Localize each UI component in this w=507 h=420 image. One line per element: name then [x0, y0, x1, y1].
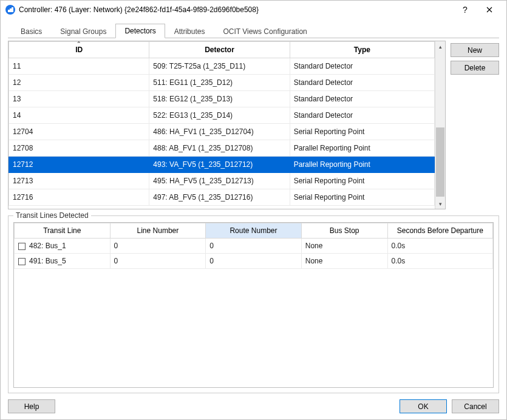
- tab-signal-groups[interactable]: Signal Groups: [51, 24, 115, 38]
- transit-cell-seconds: 0.0s: [387, 239, 492, 254]
- transit-checkbox[interactable]: [18, 243, 26, 250]
- tab-basics[interactable]: Basics: [12, 24, 51, 38]
- transit-cell-seconds: 0.0s: [387, 254, 492, 269]
- scroll-up-icon[interactable]: ▴: [435, 41, 445, 52]
- detector-cell-id: 12716: [9, 189, 149, 206]
- close-icon[interactable]: [477, 1, 502, 19]
- detector-cell-detector: 511: EG11 (1_235_D12): [149, 75, 290, 91]
- detector-cell-type: Standard Detector: [290, 107, 434, 124]
- detector-cell-detector: 522: EG13 (1_235_D14): [149, 107, 290, 124]
- transit-col-line-number[interactable]: Line Number: [110, 223, 206, 239]
- detector-row[interactable]: 12712493: VA_FV5 (1_235_D12712)Parallel …: [9, 157, 435, 173]
- detector-cell-type: Parallel Reporting Point: [290, 140, 434, 157]
- detector-cell-type: Standard Detector: [290, 75, 434, 91]
- side-button-column: New Delete: [451, 41, 499, 209]
- transit-col-transit-line[interactable]: Transit Line: [15, 223, 111, 239]
- transit-col-bus-stop[interactable]: Bus Stop: [301, 223, 387, 239]
- window: Controller: 476 (Layer: Network) {2e24f8…: [0, 0, 507, 420]
- detector-row[interactable]: 12713495: HA_FV5 (1_235_D12713)Serial Re…: [9, 173, 435, 189]
- transit-cell-route-number: 0: [206, 254, 302, 269]
- transit-cell-line-number: 0: [110, 254, 206, 269]
- detector-row[interactable]: 12708488: AB_FV1 (1_235_D12708)Parallel …: [9, 140, 435, 157]
- detectors-col-id[interactable]: ID⌃: [9, 42, 149, 58]
- ok-button[interactable]: OK: [400, 399, 447, 413]
- transit-checkbox[interactable]: [18, 258, 26, 265]
- detector-row[interactable]: 12716497: AB_FV5 (1_235_D12716)Serial Re…: [9, 189, 435, 206]
- detector-row[interactable]: 12704486: HA_FV1 (1_235_D12704)Serial Re…: [9, 124, 435, 140]
- window-title: Controller: 476 (Layer: Network) {2e24f8…: [19, 5, 453, 14]
- detector-cell-type: Parallel Reporting Point: [290, 157, 434, 173]
- detector-cell-detector: 488: AB_FV1 (1_235_D12708): [149, 140, 290, 157]
- cancel-button[interactable]: Cancel: [452, 399, 499, 413]
- transit-row[interactable]: 491: Bus_500None0.0s: [15, 254, 493, 269]
- transit-cell-line: 491: Bus_5: [15, 254, 111, 269]
- transit-row[interactable]: 482: Bus_100None0.0s: [15, 239, 493, 254]
- detector-cell-detector: 495: HA_FV5 (1_235_D12713): [149, 173, 290, 189]
- detector-cell-detector: 518: EG12 (1_235_D13): [149, 91, 290, 107]
- detectors-panel: ID⌃DetectorType 11509: T25-T25a (1_235_D…: [8, 41, 499, 209]
- app-icon: [5, 5, 15, 15]
- detector-cell-id: 14: [9, 107, 149, 124]
- transit-cell-line: 482: Bus_1: [15, 239, 111, 254]
- detector-cell-detector: 486: HA_FV1 (1_235_D12704): [149, 124, 290, 140]
- detector-cell-id: 12: [9, 75, 149, 91]
- tab-detectors[interactable]: Detectors: [115, 24, 165, 38]
- scroll-down-icon[interactable]: ▾: [435, 198, 445, 209]
- detector-cell-type: Serial Reporting Point: [290, 124, 434, 140]
- detectors-table[interactable]: ID⌃DetectorType 11509: T25-T25a (1_235_D…: [9, 41, 435, 206]
- detector-cell-detector: 497: AB_FV5 (1_235_D12716): [149, 189, 290, 206]
- detector-cell-id: 12713: [9, 173, 149, 189]
- detector-cell-id: 12704: [9, 124, 149, 140]
- transit-cell-route-number: 0: [206, 239, 302, 254]
- transit-col-seconds-before-departure[interactable]: Seconds Before Departure: [387, 223, 492, 239]
- detectors-table-container: ID⌃DetectorType 11509: T25-T25a (1_235_D…: [8, 41, 446, 209]
- transit-cell-line-number: 0: [110, 239, 206, 254]
- detectors-scrollbar[interactable]: ▴ ▾: [435, 41, 445, 209]
- detector-cell-id: 12708: [9, 140, 149, 157]
- detector-cell-type: Serial Reporting Point: [290, 189, 434, 206]
- detector-cell-id: 11: [9, 58, 149, 75]
- transit-col-route-number[interactable]: Route Number: [206, 223, 302, 239]
- help-icon[interactable]: ?: [453, 1, 477, 19]
- detector-row[interactable]: 14522: EG13 (1_235_D14)Standard Detector: [9, 107, 435, 124]
- detectors-col-detector[interactable]: Detector: [149, 42, 290, 58]
- detector-cell-detector: 493: VA_FV5 (1_235_D12712): [149, 157, 290, 173]
- transit-groupbox: Transit Lines Detected Transit LineLine …: [8, 215, 499, 393]
- titlebar: Controller: 476 (Layer: Network) {2e24f8…: [1, 1, 506, 19]
- detector-cell-type: Standard Detector: [290, 91, 434, 107]
- transit-group-label: Transit Lines Detected: [13, 211, 91, 220]
- scroll-thumb[interactable]: [436, 127, 444, 197]
- new-button[interactable]: New: [451, 43, 499, 57]
- detector-cell-type: Serial Reporting Point: [290, 173, 434, 189]
- footer: Help OK Cancel: [8, 393, 499, 413]
- detector-cell-id: 13: [9, 91, 149, 107]
- detector-cell-id: 12712: [9, 157, 149, 173]
- sort-indicator-icon: ⌃: [77, 41, 81, 46]
- tab-strip: BasicsSignal GroupsDetectorsAttributesOC…: [8, 24, 499, 38]
- content-area: BasicsSignal GroupsDetectorsAttributesOC…: [1, 19, 506, 419]
- help-button[interactable]: Help: [8, 399, 55, 413]
- detector-row[interactable]: 11509: T25-T25a (1_235_D11)Standard Dete…: [9, 58, 435, 75]
- detectors-col-type[interactable]: Type: [290, 42, 434, 58]
- transit-cell-bus-stop: None: [301, 254, 387, 269]
- transit-table[interactable]: Transit LineLine NumberRoute NumberBus S…: [14, 223, 493, 269]
- delete-button[interactable]: Delete: [451, 61, 499, 75]
- tab-attributes[interactable]: Attributes: [165, 24, 214, 38]
- detector-cell-detector: 509: T25-T25a (1_235_D11): [149, 58, 290, 75]
- transit-table-container: Transit LineLine NumberRoute NumberBus S…: [13, 222, 494, 388]
- detector-row[interactable]: 13518: EG12 (1_235_D13)Standard Detector: [9, 91, 435, 107]
- detector-row[interactable]: 12511: EG11 (1_235_D12)Standard Detector: [9, 75, 435, 91]
- detector-cell-type: Standard Detector: [290, 58, 434, 75]
- tab-ocit-views-configuration[interactable]: OCIT Views Configuration: [214, 24, 316, 38]
- transit-cell-bus-stop: None: [301, 239, 387, 254]
